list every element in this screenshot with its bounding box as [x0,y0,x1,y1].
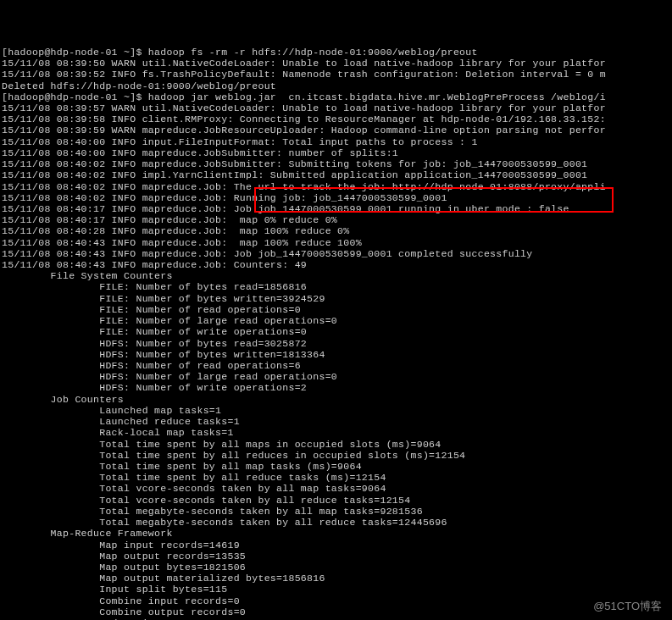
terminal-line: HDFS: Number of read operations=6 [2,360,670,371]
terminal-line: HDFS: Number of large read operations=0 [2,371,670,382]
terminal-line: FILE: Number of write operations=0 [2,326,670,337]
terminal-line: 15/11/08 08:40:17 INFO mapreduce.Job: ma… [2,214,670,225]
terminal-line: HDFS: Number of bytes written=1813364 [2,349,670,360]
terminal-line: 15/11/08 08:39:52 INFO fs.TrashPolicyDef… [2,69,670,80]
terminal-line: Map-Reduce Framework [2,528,670,539]
terminal-line: Input split bytes=115 [2,584,670,595]
terminal-line: 15/11/08 08:40:02 INFO impl.YarnClientIm… [2,169,670,180]
terminal-line: FILE: Number of bytes written=3924529 [2,293,670,304]
terminal-line: HDFS: Number of bytes read=3025872 [2,338,670,349]
terminal-line: Total time spent by all reduce tasks (ms… [2,472,670,483]
terminal-line: 15/11/08 08:39:50 WARN util.NativeCodeLo… [2,58,670,69]
terminal-line: Total time spent by all maps in occupied… [2,439,670,450]
terminal-output[interactable]: [hadoop@hdp-node-01 ~]$ hadoop fs -rm -r… [2,47,670,620]
terminal-line: 15/11/08 08:39:59 WARN mapreduce.JobReso… [2,125,670,136]
terminal-line: Total megabyte-seconds taken by all redu… [2,517,670,528]
terminal-line: 15/11/08 08:40:17 INFO mapreduce.Job: Jo… [2,203,670,214]
terminal-line: HDFS: Number of write operations=2 [2,382,670,393]
terminal-line: 15/11/08 08:40:02 INFO mapreduce.JobSubm… [2,158,670,169]
terminal-line: Job Counters [2,394,670,405]
terminal-line: 15/11/08 08:40:02 INFO mapreduce.Job: Th… [2,181,670,192]
terminal-line: 15/11/08 08:40:02 INFO mapreduce.Job: Ru… [2,192,670,203]
terminal-line: Map output bytes=1821506 [2,562,670,573]
terminal-line: Total megabyte-seconds taken by all map … [2,506,670,517]
watermark: @51CTO博客 [593,601,662,613]
terminal-line: Map output records=13535 [2,551,670,562]
terminal-line: 15/11/08 08:40:28 INFO mapreduce.Job: ma… [2,225,670,236]
terminal-line: 15/11/08 08:40:43 INFO mapreduce.Job: Jo… [2,248,670,259]
terminal-line: 15/11/08 08:40:00 INFO input.FileInputFo… [2,136,670,147]
terminal-line: Total time spent by all map tasks (ms)=9… [2,461,670,472]
terminal-line: Map input records=14619 [2,540,670,551]
terminal-line: Rack-local map tasks=1 [2,427,670,438]
terminal-line: 15/11/08 08:40:43 INFO mapreduce.Job: ma… [2,237,670,248]
terminal-line: 15/11/08 08:40:00 INFO mapreduce.JobSubm… [2,147,670,158]
terminal-line: Deleted hdfs://hdp-node-01:9000/weblog/p… [2,80,670,91]
terminal-line: 15/11/08 08:40:43 INFO mapreduce.Job: Co… [2,259,670,270]
terminal-line: FILE: Number of bytes read=1856816 [2,281,670,292]
terminal-line: FILE: Number of read operations=0 [2,304,670,315]
terminal-line: Total vcore-seconds taken by all reduce … [2,495,670,506]
terminal-line: 15/11/08 08:39:57 WARN util.NativeCodeLo… [2,102,670,113]
terminal-line: Combine output records=0 [2,606,670,617]
terminal-line: FILE: Number of large read operations=0 [2,315,670,326]
terminal-line: Combine input records=0 [2,595,670,606]
terminal-line: Total vcore-seconds taken by all map tas… [2,483,670,494]
terminal-line: Launched reduce tasks=1 [2,416,670,427]
terminal-line: 15/11/08 08:39:58 INFO client.RMProxy: C… [2,113,670,125]
terminal-line: Total time spent by all reduces in occup… [2,450,670,461]
terminal-line: Map output materialized bytes=1856816 [2,573,670,584]
terminal-line: File System Counters [2,270,670,281]
terminal-line: Launched map tasks=1 [2,405,670,416]
terminal-line: [hadoop@hdp-node-01 ~]$ hadoop fs -rm -r… [2,47,670,58]
terminal-line: [hadoop@hdp-node-01 ~]$ hadoop jar weblo… [2,91,670,102]
